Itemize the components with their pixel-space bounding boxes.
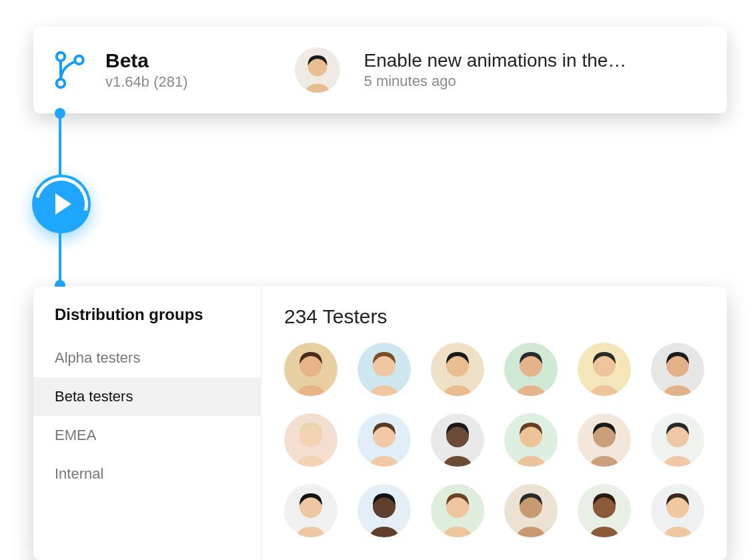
tester-avatar[interactable]: [578, 343, 631, 396]
tester-avatar[interactable]: [651, 343, 704, 396]
tester-avatar[interactable]: [651, 484, 704, 537]
connector-node: [55, 108, 65, 119]
svg-point-0: [57, 53, 65, 61]
tester-avatar[interactable]: [284, 413, 337, 467]
svg-point-2: [75, 56, 83, 65]
tester-avatar[interactable]: [431, 484, 484, 537]
tester-avatar[interactable]: [357, 343, 411, 396]
distribution-group-item[interactable]: EMEA: [33, 416, 261, 455]
tester-avatar[interactable]: [357, 413, 411, 467]
distribution-groups-title: Distribution groups: [33, 305, 261, 339]
author-avatar: [295, 47, 340, 93]
tester-avatar[interactable]: [431, 413, 484, 467]
tester-avatar[interactable]: [578, 484, 631, 537]
distribution-group-item[interactable]: Beta testers: [33, 377, 261, 416]
distribution-group-item[interactable]: Internal: [33, 455, 261, 493]
testers-count: 234 Testers: [284, 305, 704, 328]
distribution-group-item[interactable]: Alpha testers: [33, 339, 261, 377]
tester-avatar[interactable]: [504, 413, 558, 467]
commit-message: Enable new animations in the…: [364, 50, 627, 71]
branch-icon: [53, 50, 88, 90]
progress-arc-icon: [25, 167, 97, 240]
release-name: Beta: [105, 49, 188, 72]
tester-avatar[interactable]: [284, 343, 337, 396]
testers-pane: 234 Testers: [261, 287, 727, 560]
distribution-panel: Distribution groups Alpha testersBeta te…: [33, 287, 727, 560]
release-card[interactable]: Beta v1.64b (281) Enable new animations …: [33, 27, 727, 113]
tester-avatar[interactable]: [578, 413, 631, 467]
svg-point-1: [57, 79, 65, 88]
tester-avatar[interactable]: [284, 484, 337, 537]
distribute-play-button[interactable]: [32, 175, 91, 233]
tester-avatar[interactable]: [651, 413, 704, 467]
tester-avatar[interactable]: [357, 484, 411, 537]
distribution-groups-sidebar: Distribution groups Alpha testersBeta te…: [33, 287, 261, 560]
tester-avatar-grid: [284, 343, 704, 537]
tester-avatar[interactable]: [431, 343, 484, 396]
tester-avatar[interactable]: [504, 343, 558, 396]
commit-time: 5 minutes ago: [364, 73, 627, 90]
tester-avatar[interactable]: [504, 484, 558, 537]
release-version: v1.64b (281): [105, 73, 188, 91]
